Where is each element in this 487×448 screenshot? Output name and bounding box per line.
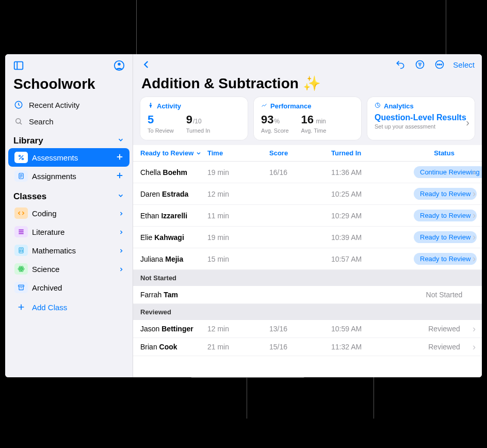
cell-status: Reviewed <box>383 343 475 351</box>
chevron-right-icon: › <box>473 188 476 199</box>
col-turned-in[interactable]: Turned In <box>331 149 383 157</box>
chevron-down-icon <box>117 191 124 202</box>
account-icon[interactable] <box>113 59 125 72</box>
svg-point-9 <box>22 158 23 159</box>
svg-point-43 <box>150 103 152 104</box>
plus-icon <box>14 301 28 313</box>
stat-value: 93 <box>261 113 273 126</box>
students-table: Ready to Review Time Score Turned In Sta… <box>133 145 482 377</box>
book-icon <box>14 226 28 237</box>
sidebar-item-archived[interactable]: Archived <box>8 278 129 297</box>
svg-point-23 <box>20 250 21 250</box>
chevron-right-icon: › <box>466 117 469 129</box>
cell-score: 15/16 <box>269 343 331 351</box>
table-row[interactable]: Chella Boehm 19 min 16/16 11:36 AM Conti… <box>133 162 482 183</box>
sidebar-item-assessments[interactable]: Assessments <box>8 148 129 167</box>
svg-rect-18 <box>19 229 23 230</box>
section-classes[interactable]: Classes <box>5 185 133 204</box>
chevron-right-icon: › <box>473 324 476 334</box>
callout-line <box>136 0 137 54</box>
col-ready[interactable]: Ready to Review <box>140 149 207 157</box>
person-icon <box>148 102 154 110</box>
select-button[interactable]: Select <box>453 60 475 69</box>
add-class[interactable]: Add Class <box>8 298 129 316</box>
sidebar: Schoolwork Recent Activity Search Librar… <box>5 54 133 377</box>
doc-icon <box>14 170 28 182</box>
table-row[interactable]: Daren Estrada 12 min 10:25 AM Ready to R… <box>133 183 482 205</box>
sidebar-item-literature[interactable]: Literature <box>8 222 129 241</box>
svg-rect-0 <box>14 62 23 70</box>
table-row[interactable]: Elie Kahwagi 19 min 10:39 AM Ready to Re… <box>133 227 482 248</box>
section-title: Classes <box>13 191 46 202</box>
cell-turned-in: 11:36 AM <box>331 168 383 177</box>
svg-rect-20 <box>19 233 23 234</box>
undo-icon[interactable] <box>394 58 407 71</box>
table-row[interactable]: Ethan Izzarelli 11 min 10:29 AM Ready to… <box>133 205 482 227</box>
card-activity: Activity 5 To Review 9/10 Turned In <box>140 97 248 140</box>
sidebar-item-mathematics[interactable]: Mathematics <box>8 241 129 260</box>
calc-icon <box>14 245 28 256</box>
svg-point-8 <box>19 155 21 157</box>
cell-turned-in: 10:59 AM <box>331 325 383 333</box>
status-pill[interactable]: Ready to Review <box>414 253 477 265</box>
col-score[interactable]: Score <box>269 149 331 157</box>
nav-search[interactable]: Search <box>5 113 133 130</box>
cell-score: 16/16 <box>269 168 331 177</box>
status-pill[interactable]: Ready to Review <box>414 231 477 243</box>
sidebar-item-label: Archived <box>32 283 62 292</box>
chevron-right-icon: › <box>473 232 476 243</box>
cell-status: Ready to Review <box>383 231 477 243</box>
status-pill[interactable]: Ready to Review <box>414 188 477 200</box>
chevron-down-icon <box>196 150 202 156</box>
sidebar-item-assignments[interactable]: Assignments <box>8 167 129 185</box>
cell-status: Ready to Review <box>383 253 477 265</box>
cell-score: 13/16 <box>269 325 331 333</box>
col-time[interactable]: Time <box>207 149 269 157</box>
status-pill[interactable]: Ready to Review <box>414 210 477 221</box>
cell-time: 19 min <box>207 168 269 177</box>
table-row[interactable]: Juliana Mejia 15 min 10:57 AM Ready to R… <box>133 248 482 270</box>
back-button[interactable] <box>140 58 153 71</box>
student-name: Juliana Mejia <box>140 255 207 263</box>
cell-status: Reviewed <box>383 325 475 333</box>
table-row[interactable]: Brian Cook 21 min 15/16 11:32 AM Reviewe… <box>133 338 482 356</box>
group-header: Not Started <box>133 270 482 286</box>
plus-icon[interactable] <box>115 171 124 182</box>
svg-point-5 <box>16 119 21 123</box>
stat-value: 16 <box>301 113 314 126</box>
stat-sub: Avg. Time <box>301 127 327 134</box>
plus-icon[interactable] <box>115 152 124 163</box>
section-library[interactable]: Library <box>5 130 133 148</box>
table-row[interactable]: Farrah Tam Not Started <box>133 286 482 304</box>
filter-icon[interactable] <box>414 58 426 71</box>
cell-turned-in: 10:57 AM <box>331 255 383 263</box>
main-content: Select Addition & Subtraction ✨ Activity… <box>133 54 482 377</box>
card-analytics[interactable]: Analytics Question-Level Results Set up … <box>367 97 475 140</box>
chevron-right-icon: › <box>473 167 476 178</box>
app-window: Schoolwork Recent Activity Search Librar… <box>5 54 482 377</box>
student-name: Brian Cook <box>140 343 207 351</box>
cell-status: Continue Reviewing <box>383 166 482 178</box>
sidebar-item-label: Assessments <box>32 153 78 162</box>
sidebar-toggle-icon[interactable] <box>12 59 25 72</box>
sidebar-item-coding[interactable]: Coding <box>8 204 129 222</box>
atom-icon <box>14 263 28 275</box>
svg-line-6 <box>20 123 22 124</box>
stat-avg-score: 93% Avg. Score <box>261 113 289 134</box>
group-header: Reviewed <box>133 304 482 320</box>
page-title: Addition & Subtraction ✨ <box>133 75 482 97</box>
status-text: Reviewed <box>428 325 460 333</box>
more-icon[interactable] <box>433 58 446 71</box>
col-status[interactable]: Status <box>383 149 475 157</box>
status-pill[interactable]: Continue Reviewing <box>414 166 482 178</box>
table-row[interactable]: Jason Bettinger 12 min 13/16 10:59 AM Re… <box>133 320 482 338</box>
sidebar-item-label: Mathematics <box>32 246 76 255</box>
app-title: Schoolwork <box>5 74 133 97</box>
cell-time: 11 min <box>207 212 269 220</box>
sidebar-item-science[interactable]: Science <box>8 260 129 278</box>
svg-line-7 <box>19 155 23 159</box>
cell-turned-in: 10:29 AM <box>331 212 383 220</box>
nav-recent-activity[interactable]: Recent Activity <box>5 97 133 113</box>
student-name: Jason Bettinger <box>140 325 207 333</box>
chevron-right-icon <box>118 245 124 255</box>
